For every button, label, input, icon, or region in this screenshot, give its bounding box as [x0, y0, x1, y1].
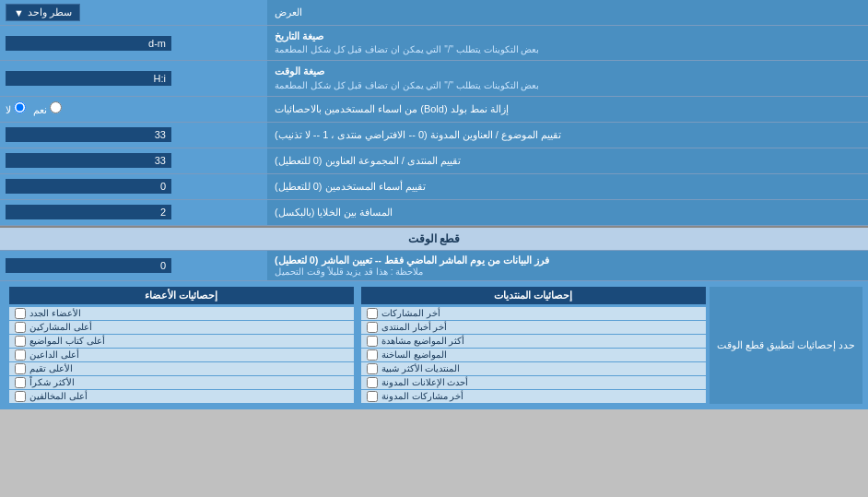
bold-yes-label: نعم — [33, 101, 62, 116]
bold-no-radio[interactable] — [14, 101, 26, 113]
bold-remove-input-container: نعم لا — [0, 97, 267, 122]
stats-participations-check-3[interactable] — [367, 349, 378, 361]
usernames-sort-input-container — [0, 174, 267, 199]
stats-participations-check-2[interactable] — [367, 336, 378, 347]
stats-members-check-6[interactable] — [15, 391, 26, 402]
stats-members-check-4[interactable] — [15, 363, 26, 374]
stats-participations-header: إحصائيات المنتديات — [361, 287, 706, 304]
stats-participations-check-0[interactable] — [367, 308, 378, 319]
usernames-sort-field[interactable] — [6, 179, 171, 194]
cutoff-section-header: قطع الوقت — [0, 226, 868, 251]
stats-checkbox-section-label: حدد إحصائيات لتطبيق قطع الوقت — [710, 287, 862, 404]
stats-item-2: أكثر المواضيع مشاهدة — [361, 335, 706, 348]
stats-participations-check-1[interactable] — [367, 322, 378, 333]
stats-item-5: أحدث الإعلانات المدونة — [361, 376, 706, 389]
forum-sort-label: تقييم المنتدى / المجموعة العناوين (0 للت… — [267, 148, 868, 173]
stats-member-3: أعلى الداعين — [9, 349, 354, 361]
gap-input-container — [0, 200, 267, 225]
stats-members-col: إحصائيات الأعضاء الأعضاء الجدد أعلى المش… — [6, 287, 358, 404]
stats-participations-col: إحصائيات المنتديات أخر المشاركات أخر أخب… — [358, 287, 710, 404]
cutoff-row-label: فرز البيانات من يوم الماشر الماضي فقط --… — [267, 251, 868, 280]
time-format-label: صيغة الوقت بعض التكوينات يتطلب "/" التي … — [267, 61, 868, 95]
topic-sort-label: تقييم الموضوع / العناوين المدونة (0 -- ا… — [267, 123, 868, 148]
usernames-sort-label: تقييم أسماء المستخدمين (0 للتعطيل) — [267, 174, 868, 199]
stats-item-1: أخر أخبار المنتدى — [361, 321, 706, 334]
stats-participations-check-4[interactable] — [367, 363, 378, 374]
display-label: العرض — [267, 0, 868, 25]
stats-participations-check-5[interactable] — [367, 377, 378, 388]
bold-remove-label: إزالة نمط بولد (Bold) من اسماء المستخدمي… — [267, 97, 868, 122]
bold-yes-radio[interactable] — [50, 101, 62, 113]
date-format-label: صيغة التاريخ بعض التكوينات يتطلب "/" الت… — [267, 26, 868, 60]
cutoff-input-container — [0, 251, 267, 280]
display-dropdown[interactable]: سطر واحد ▼ — [6, 4, 80, 21]
stats-member-0: الأعضاء الجدد — [9, 307, 354, 320]
stats-members-check-1[interactable] — [15, 322, 26, 333]
forum-sort-input-container — [0, 148, 267, 173]
dropdown-arrow-icon: ▼ — [14, 7, 24, 18]
stats-member-4: الأعلى تقيم — [9, 362, 354, 375]
topic-sort-field[interactable] — [6, 127, 171, 142]
forum-sort-field[interactable] — [6, 153, 171, 168]
stats-members-check-0[interactable] — [15, 308, 26, 319]
stats-member-2: أعلى كتاب المواضيع — [9, 335, 354, 348]
stats-members-header: إحصائيات الأعضاء — [9, 287, 354, 304]
stats-section: حدد إحصائيات لتطبيق قطع الوقت إحصائيات ا… — [0, 281, 868, 409]
gap-label: المسافة بين الخلايا (بالبكسل) — [267, 200, 868, 225]
topic-sort-input-container — [0, 123, 267, 148]
stats-item-6: أخر مشاركات المدونة — [361, 390, 706, 403]
time-format-input-container — [0, 61, 267, 95]
stats-item-4: المنتديات الأكثر شبية — [361, 362, 706, 375]
stats-participations-check-6[interactable] — [367, 391, 378, 402]
cutoff-field[interactable] — [6, 258, 171, 273]
stats-members-check-3[interactable] — [15, 349, 26, 361]
stats-member-1: أعلى المشاركين — [9, 321, 354, 334]
stats-item-0: أخر المشاركات — [361, 307, 706, 320]
time-format-field[interactable] — [6, 71, 171, 86]
date-format-field[interactable] — [6, 36, 171, 51]
stats-member-6: أعلى المخالفين — [9, 390, 354, 403]
stats-member-5: الأكثر شكراً — [9, 376, 354, 389]
gap-field[interactable] — [6, 205, 171, 219]
stats-members-check-5[interactable] — [15, 377, 26, 388]
display-input[interactable]: سطر واحد ▼ — [0, 0, 267, 25]
stats-item-3: المواضيع الساخنة — [361, 349, 706, 361]
stats-members-check-2[interactable] — [15, 336, 26, 347]
bold-no-label: لا — [6, 101, 26, 116]
date-format-input-container — [0, 26, 267, 60]
